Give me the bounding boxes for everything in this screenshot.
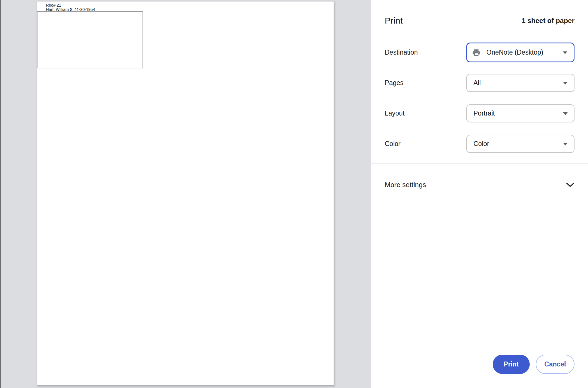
print-settings-pane: Print 1 sheet of paper Destination OneNo… bbox=[371, 0, 588, 388]
pages-select[interactable]: All bbox=[466, 74, 575, 92]
pages-label: Pages bbox=[385, 79, 466, 87]
printer-icon bbox=[472, 48, 481, 57]
pages-value: All bbox=[473, 79, 481, 87]
layout-select[interactable]: Portrait bbox=[466, 104, 575, 122]
color-label: Color bbox=[385, 140, 466, 148]
layout-row: Layout Portrait bbox=[385, 104, 575, 122]
destination-select[interactable]: OneNote (Desktop) bbox=[466, 43, 575, 62]
print-dialog: Req# 21 Hart, William S. 11-30-1954 Prin… bbox=[0, 0, 588, 388]
document-empty-box bbox=[37, 11, 143, 68]
print-button[interactable]: Print bbox=[493, 355, 530, 374]
document-header: Req# 21 Hart, William S. 11-30-1954 bbox=[46, 3, 95, 12]
dropdown-caret-icon bbox=[563, 143, 568, 145]
settings-divider bbox=[371, 163, 588, 164]
document-header-line1: Req# 21 bbox=[46, 3, 95, 7]
pages-row: Pages All bbox=[385, 74, 575, 92]
more-settings-label: More settings bbox=[385, 181, 426, 189]
dropdown-caret-icon bbox=[563, 51, 567, 54]
dropdown-caret-icon bbox=[563, 82, 568, 84]
sheet-count-summary: 1 sheet of paper bbox=[522, 17, 575, 25]
dialog-header: Print 1 sheet of paper bbox=[385, 13, 575, 28]
layout-value: Portrait bbox=[473, 110, 495, 117]
destination-value: OneNote (Desktop) bbox=[486, 49, 543, 56]
window-left-edge bbox=[0, 0, 1, 388]
more-settings-toggle[interactable]: More settings bbox=[371, 173, 588, 197]
preview-page: Req# 21 Hart, William S. 11-30-1954 bbox=[37, 1, 334, 386]
color-value: Color bbox=[473, 140, 489, 148]
cancel-button[interactable]: Cancel bbox=[536, 355, 575, 374]
dialog-title: Print bbox=[385, 16, 403, 26]
chevron-down-icon bbox=[566, 182, 575, 187]
color-select[interactable]: Color bbox=[466, 135, 575, 153]
destination-label: Destination bbox=[385, 49, 466, 56]
destination-row: Destination OneNote (Desktop) bbox=[385, 43, 575, 62]
color-row: Color Color bbox=[385, 135, 575, 153]
dialog-footer: Print Cancel bbox=[493, 355, 575, 374]
dropdown-caret-icon bbox=[563, 112, 568, 115]
print-preview-pane: Req# 21 Hart, William S. 11-30-1954 bbox=[0, 0, 371, 388]
layout-label: Layout bbox=[385, 110, 466, 117]
